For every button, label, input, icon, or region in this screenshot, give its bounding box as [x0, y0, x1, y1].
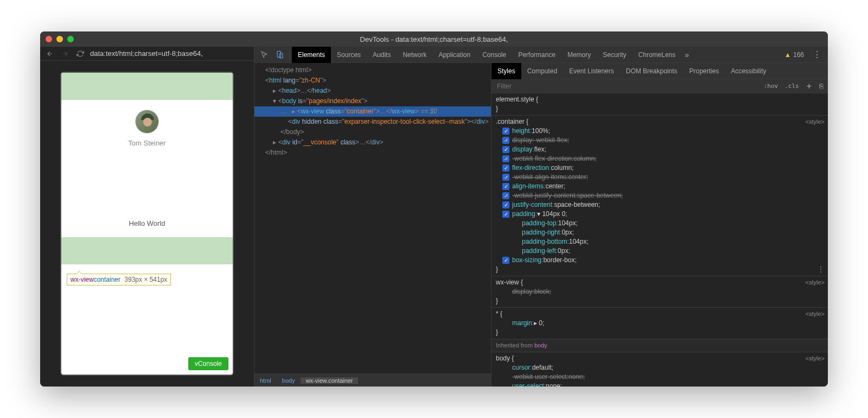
- new-rule-icon[interactable]: +: [802, 81, 816, 91]
- tab-chromelens[interactable]: ChromeLens: [633, 47, 682, 63]
- warnings-badge[interactable]: ▲166: [780, 51, 808, 59]
- css-declaration[interactable]: -webkit-align-items: center;: [496, 173, 815, 182]
- toggle-checkbox[interactable]: [502, 211, 509, 218]
- tab-audits[interactable]: Audits: [367, 47, 397, 63]
- rule-container[interactable]: <style> .container { height: 100%;displa…: [492, 116, 828, 276]
- inspect-element-icon[interactable]: [258, 48, 271, 61]
- titlebar: DevTools - data:text/html;charset=utf-8;…: [40, 31, 828, 47]
- tab-elements[interactable]: Elements: [292, 47, 331, 63]
- filter-input[interactable]: [493, 83, 761, 90]
- tab-performance[interactable]: Performance: [512, 47, 561, 63]
- zoom-icon[interactable]: [67, 36, 74, 42]
- css-declaration[interactable]: -webkit-user-select: none;: [496, 372, 815, 382]
- inspect-tooltip: wx-viewcontainer 393px × 541px: [67, 274, 171, 286]
- breadcrumb: html body wx-view.container: [254, 373, 491, 387]
- toggle-checkbox[interactable]: [502, 137, 509, 144]
- breadcrumb-item[interactable]: body: [277, 377, 301, 384]
- minimize-icon[interactable]: [56, 36, 63, 42]
- dom-tree[interactable]: <!doctype html> <html lang="zh-CN"> ▸<he…: [254, 63, 491, 373]
- dom-line[interactable]: ▸<div id="__vconsole" class>…</div>: [254, 137, 491, 148]
- vconsole-button[interactable]: vConsole: [188, 357, 228, 370]
- footer-stripe: [61, 237, 233, 264]
- url-text[interactable]: data:text/html;charset=utf-8;base64,: [90, 49, 250, 58]
- css-declaration[interactable]: display: flex;: [496, 145, 815, 154]
- reload-icon[interactable]: [75, 48, 86, 59]
- tabs-overflow-icon[interactable]: »: [681, 50, 692, 59]
- window-title: DevTools - data:text/html;charset=utf-8;…: [360, 35, 508, 43]
- css-declaration[interactable]: display: -webkit-flex;: [496, 136, 815, 145]
- css-declaration[interactable]: padding-top: 104px;: [496, 219, 815, 228]
- css-declaration[interactable]: display: block;: [496, 287, 815, 296]
- username-label: Tom Steiner: [128, 139, 165, 147]
- toggle-checkbox[interactable]: [502, 192, 509, 199]
- tab-sources[interactable]: Sources: [331, 47, 367, 63]
- subtab-styles[interactable]: Styles: [492, 63, 521, 79]
- css-declaration[interactable]: padding-left: 0px;: [496, 246, 815, 256]
- css-declaration[interactable]: -webkit-flex-direction: column;: [496, 154, 815, 163]
- tab-network[interactable]: Network: [397, 47, 432, 63]
- tab-application[interactable]: Application: [432, 47, 476, 63]
- dom-line[interactable]: </body>: [254, 127, 491, 137]
- toggle-checkbox[interactable]: [502, 155, 509, 162]
- subtab-accessibility[interactable]: Accessibility: [725, 63, 772, 79]
- css-declaration[interactable]: user-select: none;: [496, 382, 815, 387]
- styles-body[interactable]: element.style { } <style> .container { h…: [492, 93, 828, 387]
- css-declaration[interactable]: -webkit-justify-content: space-between;: [496, 191, 815, 200]
- traffic-lights: [46, 36, 74, 42]
- toggle-checkbox[interactable]: [502, 201, 509, 208]
- dom-line-selected[interactable]: … ▸<wx-view class="container">…</wx-view…: [254, 106, 491, 117]
- rule-origin[interactable]: <style>: [806, 278, 825, 287]
- breadcrumb-item[interactable]: wx-view.container: [301, 377, 359, 384]
- toggle-checkbox[interactable]: [502, 174, 509, 181]
- close-icon[interactable]: [46, 36, 52, 42]
- rule-body[interactable]: <style> body { cursor: default;-webkit-u…: [492, 352, 828, 387]
- dom-line[interactable]: ▾<body is="pages/index/index">: [254, 96, 491, 106]
- tab-console[interactable]: Console: [476, 47, 512, 63]
- rule-menu-icon[interactable]: ⋮: [817, 265, 825, 274]
- subtab-dom-breakpoints[interactable]: DOM Breakpoints: [620, 63, 684, 79]
- css-declaration[interactable]: box-sizing: border-box;: [496, 256, 815, 265]
- css-declaration[interactable]: justify-content: space-between;: [496, 200, 815, 210]
- css-declaration[interactable]: cursor: default;: [496, 363, 815, 372]
- dom-line[interactable]: ▸<head>…</head>: [254, 86, 491, 96]
- forward-icon[interactable]: [60, 48, 71, 59]
- cls-button[interactable]: .cls: [781, 83, 802, 90]
- toggle-checkbox[interactable]: [502, 183, 509, 190]
- css-declaration[interactable]: padding: ▾ 104px 0;: [496, 210, 815, 219]
- dom-line[interactable]: <div hidden class="exparser-inspector-to…: [254, 117, 491, 127]
- subtab-event-listeners[interactable]: Event Listeners: [563, 63, 620, 79]
- devtools-window: DevTools - data:text/html;charset=utf-8;…: [40, 31, 828, 387]
- warning-icon: ▲: [784, 51, 791, 59]
- css-declaration[interactable]: margin: ▸ 0;: [496, 319, 815, 328]
- css-declaration[interactable]: align-items: center;: [496, 182, 815, 191]
- dom-line[interactable]: <html lang="zh-CN">: [254, 75, 491, 86]
- rule-element-style[interactable]: element.style { }: [492, 93, 828, 116]
- toggle-checkbox[interactable]: [502, 164, 509, 172]
- tab-security[interactable]: Security: [597, 47, 632, 63]
- sub-tabs: Styles Computed Event Listeners DOM Brea…: [492, 63, 828, 79]
- rule-origin[interactable]: <style>: [806, 309, 825, 319]
- dom-line[interactable]: </html>: [254, 148, 491, 158]
- rule-origin[interactable]: <style>: [806, 117, 825, 126]
- breadcrumb-item[interactable]: html: [254, 377, 277, 384]
- toggle-checkbox[interactable]: [502, 128, 509, 135]
- rule-origin[interactable]: <style>: [806, 354, 825, 363]
- toggle-checkbox[interactable]: [502, 257, 509, 264]
- subtab-properties[interactable]: Properties: [683, 63, 725, 79]
- main-tabs: Elements Sources Audits Network Applicat…: [254, 47, 828, 63]
- css-declaration[interactable]: padding-right: 0px;: [496, 228, 815, 237]
- pin-icon[interactable]: ⎘: [816, 82, 827, 90]
- tab-memory[interactable]: Memory: [561, 47, 597, 63]
- dom-line[interactable]: <!doctype html>: [254, 65, 491, 75]
- back-icon[interactable]: [44, 48, 55, 59]
- toggle-checkbox[interactable]: [502, 146, 509, 153]
- css-declaration[interactable]: padding-bottom: 104px;: [496, 237, 815, 246]
- rule-wxview[interactable]: <style> wx-view { display: block; }: [492, 276, 828, 308]
- device-toggle-icon[interactable]: [273, 48, 286, 61]
- css-declaration[interactable]: flex-direction: column;: [496, 163, 815, 173]
- hov-button[interactable]: :hov: [761, 83, 782, 90]
- subtab-computed[interactable]: Computed: [521, 63, 563, 79]
- rule-star[interactable]: <style> * { margin: ▸ 0; }: [492, 308, 828, 339]
- settings-menu-icon[interactable]: ⋮: [808, 49, 826, 60]
- css-declaration[interactable]: height: 100%;: [496, 126, 815, 136]
